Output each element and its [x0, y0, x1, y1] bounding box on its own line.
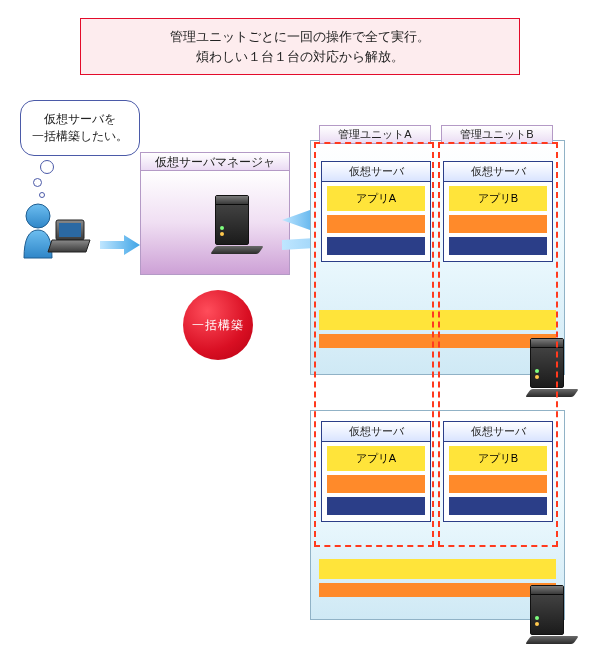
summary-banner: 管理ユニットごとに一回の操作で全て実行。 煩わしい１台１台の対応から解放。 — [80, 18, 520, 75]
physical-host-2: 仮想サーバ アプリA 仮想サーバ アプリB — [310, 410, 565, 620]
virtual-server-header: 仮想サーバ — [444, 162, 552, 182]
svg-marker-3 — [100, 235, 140, 255]
os-layer — [327, 237, 425, 255]
os-layer — [449, 497, 547, 515]
os-layer — [449, 237, 547, 255]
middleware-layer — [449, 215, 547, 233]
virtual-server-card: 仮想サーバ アプリA — [321, 421, 431, 522]
host-storage-layer — [319, 334, 556, 348]
os-layer — [327, 497, 425, 515]
app-layer: アプリB — [449, 186, 547, 211]
virtual-server-header: 仮想サーバ — [322, 422, 430, 442]
middleware-layer — [449, 475, 547, 493]
bulk-build-badge: 一括構築 — [183, 290, 253, 360]
virtual-server-header: 仮想サーバ — [322, 162, 430, 182]
thought-line-2: 一括構築したい。 — [32, 129, 128, 143]
thought-bubble: 仮想サーバを 一括構築したい。 — [20, 100, 140, 156]
svg-rect-2 — [59, 223, 81, 237]
server-rack-icon — [530, 585, 570, 640]
svg-point-0 — [26, 204, 50, 228]
app-layer: アプリA — [327, 186, 425, 211]
host-storage-layer — [319, 310, 556, 330]
thought-line-1: 仮想サーバを — [44, 112, 116, 126]
user-with-laptop-icon — [12, 198, 92, 268]
management-unit-a-label: 管理ユニットA — [319, 125, 431, 144]
app-layer: アプリB — [449, 446, 547, 471]
middleware-layer — [327, 215, 425, 233]
arrow-right-icon — [100, 233, 140, 257]
middleware-layer — [327, 475, 425, 493]
thought-dot-icon — [33, 178, 42, 187]
management-unit-b-label: 管理ユニットB — [441, 125, 553, 144]
app-layer: アプリA — [327, 446, 425, 471]
summary-line-2: 煩わしい１台１台の対応から解放。 — [196, 49, 404, 64]
server-rack-icon — [215, 195, 255, 250]
host-storage-layer — [319, 559, 556, 579]
virtual-server-card: 仮想サーバ アプリA — [321, 161, 431, 262]
server-rack-icon — [530, 338, 570, 393]
virtual-server-card: 仮想サーバ アプリB — [443, 421, 553, 522]
virtual-server-header: 仮想サーバ — [444, 422, 552, 442]
physical-host-1: 管理ユニットA 管理ユニットB 仮想サーバ アプリA 仮想サーバ アプリB — [310, 140, 565, 375]
host-storage-layer — [319, 583, 556, 597]
thought-dot-icon — [40, 160, 54, 174]
summary-line-1: 管理ユニットごとに一回の操作で全て実行。 — [170, 29, 430, 44]
virtual-server-card: 仮想サーバ アプリB — [443, 161, 553, 262]
